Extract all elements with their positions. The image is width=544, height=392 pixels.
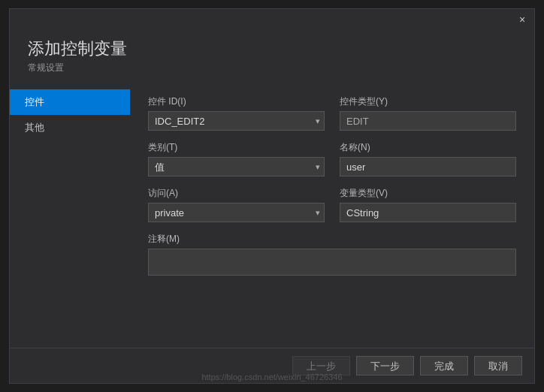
category-select-wrap: 值: [148, 157, 325, 176]
control-id-label: 控件 ID(I): [148, 95, 325, 108]
dialog-subtitle: 常规设置: [28, 62, 516, 74]
sidebar-item-controls[interactable]: 控件: [10, 89, 130, 115]
category-select[interactable]: 值: [148, 157, 325, 176]
name-group: 名称(N): [340, 141, 516, 176]
comment-label: 注释(M): [148, 233, 516, 246]
cancel-button[interactable]: 取消: [474, 356, 522, 375]
control-type-label: 控件类型(Y): [340, 95, 516, 108]
form-row-1: 控件 ID(I) IDC_EDIT2 控件类型(Y): [148, 95, 516, 131]
prev-button[interactable]: 上一步: [292, 356, 350, 375]
form-content: 控件 ID(I) IDC_EDIT2 控件类型(Y) 类别(T): [130, 83, 534, 348]
access-label: 访问(A): [148, 187, 325, 200]
control-id-select-wrap: IDC_EDIT2: [148, 111, 325, 131]
control-id-group: 控件 ID(I) IDC_EDIT2: [148, 95, 325, 131]
add-variable-dialog: × 添加控制变量 常规设置 控件 其他 控件 ID(I) IDC_EDIT2: [9, 8, 535, 384]
control-type-input[interactable]: [340, 111, 516, 131]
category-label: 类别(T): [148, 141, 325, 154]
access-group: 访问(A) public private protected: [148, 187, 325, 222]
title-bar: ×: [10, 9, 534, 30]
finish-button[interactable]: 完成: [420, 356, 468, 375]
form-row-4: 注释(M): [148, 233, 516, 276]
name-input[interactable]: [340, 157, 516, 176]
close-button[interactable]: ×: [515, 12, 530, 27]
access-select-wrap: public private protected: [148, 203, 325, 222]
control-id-select[interactable]: IDC_EDIT2: [148, 111, 325, 131]
dialog-body: 控件 其他 控件 ID(I) IDC_EDIT2 控件类型(Y): [10, 83, 534, 348]
dialog-footer: 上一步 下一步 完成 取消: [10, 348, 534, 383]
name-label: 名称(N): [340, 141, 516, 154]
dialog-header: 添加控制变量 常规设置: [10, 30, 534, 83]
category-group: 类别(T) 值: [148, 141, 325, 176]
var-type-group: 变量类型(V): [340, 187, 516, 222]
form-row-3: 访问(A) public private protected 变量类型(V): [148, 187, 516, 222]
next-button[interactable]: 下一步: [356, 356, 414, 375]
access-select[interactable]: public private protected: [148, 203, 325, 222]
form-row-2: 类别(T) 值 名称(N): [148, 141, 516, 176]
var-type-input[interactable]: [340, 203, 516, 222]
sidebar: 控件 其他: [10, 83, 130, 348]
comment-textarea[interactable]: [148, 249, 516, 276]
comment-group: 注释(M): [148, 233, 516, 276]
dialog-title: 添加控制变量: [28, 38, 516, 60]
sidebar-item-other[interactable]: 其他: [10, 115, 130, 140]
var-type-label: 变量类型(V): [340, 187, 516, 200]
control-type-group: 控件类型(Y): [340, 95, 516, 131]
